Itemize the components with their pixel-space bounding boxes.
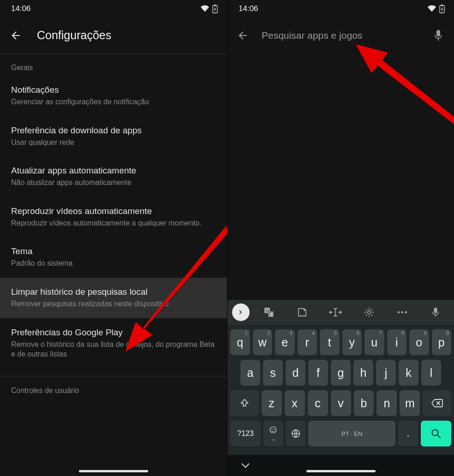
key-b[interactable]: b [354, 390, 374, 416]
dots-horizontal-icon [397, 311, 408, 314]
status-icons [427, 5, 445, 13]
suggestion-more-button[interactable] [388, 300, 416, 325]
battery-icon [212, 5, 218, 13]
svg-text:G: G [266, 309, 269, 313]
key-o[interactable]: o9 [409, 329, 429, 355]
key-period[interactable]: . [398, 421, 418, 446]
key-u[interactable]: u7 [364, 329, 384, 355]
setting-item-play-preferences[interactable]: Preferências do Google Play Remove o his… [0, 318, 227, 369]
wifi-icon [200, 5, 209, 12]
setting-item-notificacoes[interactable]: Notificações Gerenciar as configurações … [0, 76, 227, 116]
status-time: 14:06 [11, 4, 31, 13]
svg-rect-13 [434, 308, 437, 313]
suggestion-translate-button[interactable]: G文 [255, 300, 283, 325]
search-input[interactable]: Pesquisar apps e jogos [262, 30, 419, 41]
key-x[interactable]: x [285, 390, 305, 416]
svg-line-19 [437, 435, 440, 438]
key-d[interactable]: d [286, 360, 305, 386]
setting-item-autoplay-videos[interactable]: Reproduzir vídeos automaticamente Reprod… [0, 197, 227, 238]
key-space[interactable]: PT · EN [308, 421, 395, 446]
keyboard-collapse-button[interactable] [239, 463, 251, 468]
status-time: 14:06 [239, 4, 258, 13]
setting-item-auto-update[interactable]: Atualizar apps automaticamente Não atual… [0, 156, 227, 197]
key-t[interactable]: t5 [320, 329, 340, 355]
setting-item-theme[interactable]: Tema Padrão do sistema [0, 237, 227, 278]
key-a[interactable]: a [240, 360, 260, 386]
key-shift[interactable] [230, 390, 259, 416]
setting-sub: Remover pesquisas realizadas neste dispo… [11, 299, 216, 309]
setting-sub: Padrão do sistema [11, 258, 216, 268]
suggestion-cursor-button[interactable] [322, 300, 349, 325]
status-bar: 14:06 [0, 0, 227, 18]
svg-point-12 [405, 311, 407, 314]
setting-item-download-preference[interactable]: Preferência de download de apps Usar qua… [0, 116, 227, 157]
suggestion-voice-button[interactable] [422, 300, 449, 325]
key-j[interactable]: j [376, 360, 396, 386]
back-button[interactable] [9, 29, 22, 42]
setting-title: Preferência de download de apps [11, 125, 216, 136]
battery-icon [439, 5, 445, 13]
key-n[interactable]: n [376, 390, 397, 416]
setting-sub: Gerenciar as configurações de notificaçã… [11, 97, 216, 107]
key-i[interactable]: i8 [387, 329, 407, 355]
key-g[interactable]: g [331, 360, 351, 386]
setting-title: Tema [11, 246, 216, 256]
setting-item-clear-search-history[interactable]: Limpar histórico de pesquisas local Remo… [0, 278, 227, 318]
key-h[interactable]: h [353, 360, 373, 386]
svg-rect-4 [436, 30, 440, 36]
key-c[interactable]: c [308, 390, 328, 416]
arrow-left-icon [237, 30, 249, 42]
key-f[interactable]: f [308, 360, 328, 386]
suggestion-expand-button[interactable] [232, 303, 250, 321]
key-r[interactable]: r4 [298, 329, 317, 355]
key-v[interactable]: v [331, 390, 351, 416]
key-w[interactable]: w2 [253, 329, 273, 355]
mic-icon [434, 30, 442, 42]
setting-title: Atualizar apps automaticamente [11, 166, 216, 176]
setting-sub: Reproduzir vídeos automaticamente a qual… [11, 218, 216, 228]
search-icon [430, 428, 442, 439]
key-q[interactable]: q1 [230, 329, 250, 355]
page-title: Configurações [37, 29, 111, 42]
setting-title: Reproduzir vídeos automaticamente [11, 206, 216, 216]
setting-sub: Usar qualquer rede [11, 137, 216, 148]
key-s[interactable]: s [263, 360, 283, 386]
key-backspace[interactable] [423, 390, 451, 416]
shift-icon [239, 398, 250, 408]
nav-indicator [306, 470, 376, 472]
section-header-controles: Controles de usuário [0, 376, 227, 399]
keyboard: G文 q1 w2 e3 r4 t5 [227, 300, 454, 476]
svg-point-11 [401, 311, 403, 314]
nav-indicator [79, 470, 148, 472]
search-header: Pesquisar apps e jogos [227, 18, 454, 54]
setting-title: Limpar histórico de pesquisas local [11, 287, 216, 297]
key-l[interactable]: l [421, 360, 441, 386]
key-m[interactable]: m [400, 390, 420, 416]
status-icons [200, 5, 218, 13]
svg-point-15 [272, 429, 273, 430]
key-e[interactable]: e3 [275, 329, 295, 355]
section-header-gerais: Gerais [0, 54, 227, 76]
mic-icon [432, 307, 439, 317]
key-search[interactable] [421, 421, 451, 446]
key-p[interactable]: p0 [432, 329, 452, 355]
key-symbols[interactable]: ?123 [230, 421, 261, 446]
key-emoji[interactable]: , [263, 421, 283, 446]
key-k[interactable]: k [399, 360, 418, 386]
key-language[interactable] [286, 421, 306, 446]
keyboard-row-2: a s d f g h j k l [230, 360, 451, 386]
keyboard-row-1: q1 w2 e3 r4 t5 y6 u7 i8 o9 p0 [230, 329, 451, 355]
key-y[interactable]: y6 [342, 329, 362, 355]
back-button[interactable] [237, 30, 249, 42]
suggestion-settings-button[interactable] [355, 300, 383, 325]
keyboard-row-3: z x c v b n m [230, 390, 451, 416]
gear-icon [364, 307, 375, 318]
svg-rect-1 [214, 5, 216, 6]
voice-search-button[interactable] [432, 29, 445, 42]
header: Configurações [0, 18, 227, 54]
emoji-icon [269, 426, 277, 434]
svg-point-14 [270, 427, 277, 433]
text-select-icon [329, 308, 342, 317]
key-z[interactable]: z [262, 390, 282, 416]
suggestion-sticker-button[interactable] [288, 300, 316, 325]
